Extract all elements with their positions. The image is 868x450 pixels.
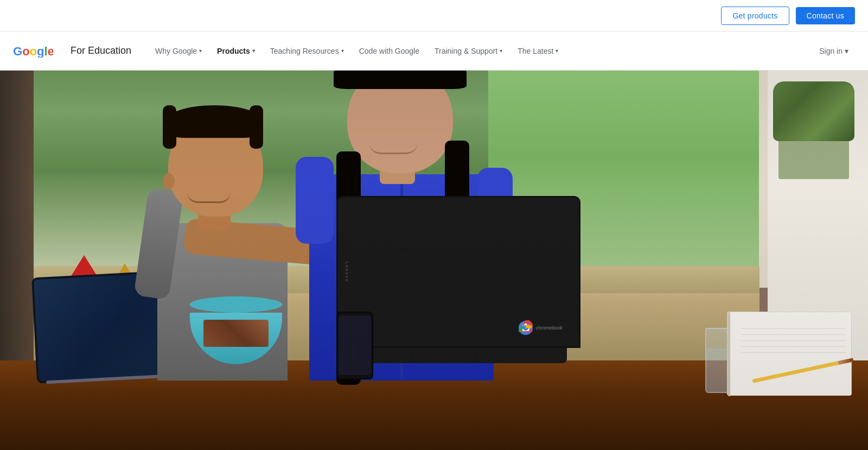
boy-smile <box>187 192 231 203</box>
notebook-spine <box>727 312 730 396</box>
contact-us-button[interactable]: Contact us <box>796 7 855 24</box>
nav-item-the-latest[interactable]: The Latest ▾ <box>511 42 565 60</box>
svg-text:Google: Google <box>13 45 53 58</box>
laptop-base <box>350 347 567 363</box>
plant-leaves <box>773 81 854 141</box>
bowl-rim <box>190 296 282 313</box>
chevron-down-icon: ▾ <box>252 48 255 54</box>
chromebook-text: chromebook <box>535 325 563 331</box>
bowl-contents <box>203 320 269 347</box>
boy-ear <box>163 173 175 189</box>
girl-left-shoulder <box>296 157 334 244</box>
hero-section: chromebook Lenovo <box>0 71 868 450</box>
nav-item-teaching-resources[interactable]: Teaching Resources ▾ <box>264 42 350 60</box>
line4 <box>741 346 846 347</box>
nav-item-products[interactable]: Products ▾ <box>210 42 261 60</box>
line2 <box>741 334 846 335</box>
nav-item-code-with-google[interactable]: Code with Google <box>353 42 426 60</box>
nav-bar: Google For Education Why Google ▾ Produc… <box>0 31 868 71</box>
notebook-lines <box>736 312 851 353</box>
origami-red <box>71 255 98 277</box>
laptop-screen-inner: chromebook Lenovo <box>338 198 579 346</box>
girl-smile <box>369 142 418 154</box>
chevron-down-icon: ▾ <box>500 48 502 54</box>
boy-hair-top <box>165 105 263 138</box>
chevron-down-icon: ▾ <box>556 48 558 54</box>
chrome-icon <box>518 320 533 335</box>
nav-item-products-label: Products <box>217 47 250 55</box>
bowl-body <box>190 313 282 364</box>
lenovo-text: Lenovo <box>344 262 349 282</box>
signin-label: Sign in <box>819 47 843 55</box>
line5 <box>741 352 846 353</box>
hero-image: chromebook Lenovo <box>0 71 868 450</box>
nav-item-why-google-label: Why Google <box>155 47 197 55</box>
scene-background: chromebook Lenovo <box>0 71 868 450</box>
chevron-down-icon: ▾ <box>341 48 344 54</box>
nav-item-why-google[interactable]: Why Google ▾ <box>149 42 208 60</box>
boy-hair-right <box>250 105 263 149</box>
nav-logo[interactable]: Google <box>13 45 53 58</box>
line1 <box>741 328 846 329</box>
top-bar: Get products Contact us <box>0 0 868 31</box>
chevron-down-icon: ▾ <box>199 48 202 54</box>
nav-item-training-support[interactable]: Training & Support ▾ <box>428 42 509 60</box>
nav-brand: For Education <box>71 45 131 56</box>
nav-signin[interactable]: Sign in ▾ <box>813 42 855 60</box>
nav-item-the-latest-label: The Latest <box>518 47 553 55</box>
line3 <box>741 340 846 341</box>
notebook <box>727 312 852 396</box>
boy-hair-left <box>163 105 176 149</box>
top-bar-actions: Get products Contact us <box>721 7 855 25</box>
girl-hair-top <box>334 71 467 89</box>
get-products-button[interactable]: Get products <box>721 7 789 25</box>
chevron-down-icon: ▾ <box>845 47 848 55</box>
nav-item-code-with-google-label: Code with Google <box>359 47 419 55</box>
phone <box>336 312 373 379</box>
nav-item-training-support-label: Training & Support <box>435 47 497 55</box>
phone-screen <box>339 315 371 375</box>
nav-links: Why Google ▾ Products ▾ Teaching Resourc… <box>149 42 813 60</box>
chromebook-logo: chromebook <box>518 320 563 335</box>
nav-item-teaching-resources-label: Teaching Resources <box>270 47 339 55</box>
google-logo-icon: Google <box>13 45 53 58</box>
bowl-container <box>190 296 282 364</box>
